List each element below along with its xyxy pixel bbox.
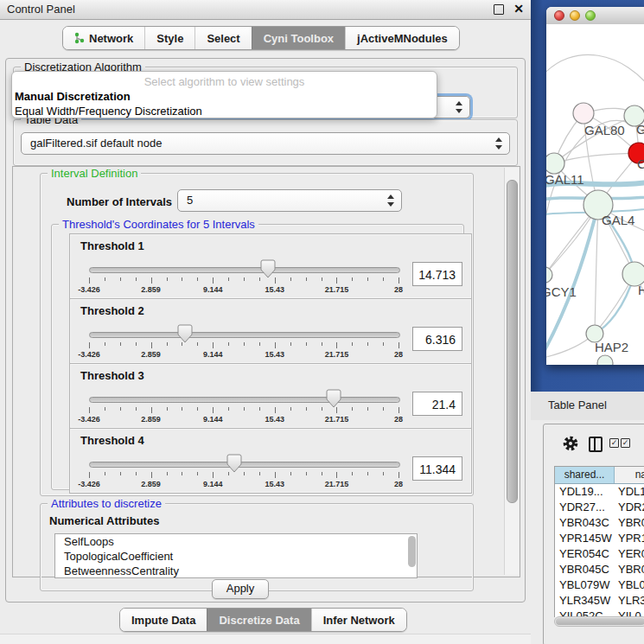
cell-name: YBR0 <box>615 562 644 577</box>
threshold-slider[interactable]: -3.4262.8599.14415.4321.71528 <box>89 388 399 424</box>
network-view-window: GAL80GCGAL11GAL4GCY1HHAP2 <box>546 7 644 365</box>
application-window: Control Panel ✕ NetworkStyleSelectCyni T… <box>0 0 644 644</box>
tab-label: Network <box>89 32 133 45</box>
scrollbar-thumb[interactable] <box>556 618 644 625</box>
zoom-window-icon[interactable] <box>585 10 596 21</box>
scrollbar-thumb[interactable] <box>507 180 518 503</box>
table-data-combo[interactable]: galFiltered.sif default node <box>21 132 510 155</box>
interval-definition-group: Interval Definition Number of Intervals … <box>40 173 474 496</box>
tab-label: Select <box>207 32 239 45</box>
cell-name: YBR0 <box>615 515 644 531</box>
table-row[interactable]: YER054CYER0 <box>555 546 644 562</box>
table-row[interactable]: YLR345WYLR3 <box>555 593 644 609</box>
combo-stepper-icon <box>387 194 395 207</box>
slider-track[interactable] <box>89 332 400 338</box>
apply-button[interactable]: Apply <box>212 579 269 599</box>
numerical-attributes-heading: Numerical Attributes <box>49 514 159 527</box>
node-label: GCY1 <box>546 284 577 299</box>
column-header-shared-name[interactable]: shared... <box>555 467 615 483</box>
network-node[interactable] <box>597 355 613 365</box>
threshold-value-field[interactable]: 11.344 <box>412 456 462 481</box>
column-header-name[interactable]: na <box>615 467 644 483</box>
right-workspace: GAL80GCGAL11GAL4GCY1HHAP2 Table Panel ✓ … <box>531 0 644 644</box>
float-panel-icon[interactable] <box>494 4 504 15</box>
tab-discretize-data[interactable]: Discretize Data <box>207 609 310 631</box>
table-panel-title: Table Panel <box>548 399 607 411</box>
cell-name: YER0 <box>615 546 644 562</box>
threshold-label: Threshold 4 <box>80 434 144 447</box>
table-row[interactable]: YDL19...YDL1 <box>555 484 644 500</box>
tab-network[interactable]: Network <box>63 27 144 49</box>
table-horizontal-scrollbar[interactable] <box>554 616 644 627</box>
table-row[interactable]: YDR27...YDR2 <box>555 500 644 515</box>
cell-shared-name: YDL19... <box>555 484 615 500</box>
panel-title: Control Panel <box>7 3 75 16</box>
table-data-combo-value: galFiltered.sif default node <box>30 137 162 150</box>
slider-ticks <box>89 342 399 349</box>
network-window-titlebar <box>546 7 644 25</box>
attribute-list-item[interactable]: BetweennessCentrality <box>55 564 417 578</box>
network-edge[interactable] <box>595 205 598 334</box>
number-of-intervals-combo[interactable]: 5 <box>177 189 402 212</box>
minimize-window-icon[interactable] <box>570 10 580 21</box>
slider-ticks <box>89 277 399 284</box>
top-tab-strip: NetworkStyleSelectCyni ToolboxjActiveMNo… <box>62 26 460 50</box>
node-label: GAL11 <box>546 172 584 187</box>
slider-tick-labels: -3.4262.8599.14415.4321.71528 <box>89 415 399 424</box>
close-panel-icon[interactable]: ✕ <box>513 2 524 16</box>
table-row[interactable]: YBR045CYBR0 <box>555 562 644 577</box>
cell-name: YLR3 <box>615 593 644 609</box>
tab-cyni-toolbox[interactable]: Cyni Toolbox <box>252 27 345 49</box>
slider-track[interactable] <box>89 267 400 273</box>
threshold-panel-3: Threshold 3-3.4262.8599.14415.4321.71528… <box>69 363 472 429</box>
checkbox-icon[interactable]: ✓ <box>609 438 619 448</box>
control-panel-titlebar: Control Panel ✕ <box>0 0 531 20</box>
dropdown-option-equal-width[interactable]: Equal Width/Frequency Discretization <box>12 104 437 118</box>
threshold-slider[interactable]: -3.4262.8599.14415.4321.71528 <box>89 453 399 489</box>
panel-footer <box>0 634 531 644</box>
attribute-list-item[interactable]: SelfLoops <box>55 534 417 549</box>
threshold-value-field[interactable]: 14.713 <box>412 262 462 286</box>
cell-shared-name: YBL079W <box>555 577 615 593</box>
tab-style[interactable]: Style <box>144 27 194 49</box>
threshold-value-field[interactable]: 21.4 <box>412 392 462 416</box>
split-columns-icon[interactable] <box>589 437 603 452</box>
threshold-slider[interactable]: -3.4262.8599.14415.4321.71528 <box>89 258 399 295</box>
table-row[interactable]: YPR145WYPR1 <box>555 531 644 546</box>
threshold-value-field[interactable]: 6.316 <box>412 327 462 351</box>
slider-ticks <box>89 472 399 479</box>
table-row[interactable]: YBR043CYBR0 <box>555 515 644 531</box>
table-row[interactable]: YBL079WYBL0 <box>555 577 644 593</box>
slider-track[interactable] <box>89 462 400 468</box>
cell-shared-name: YLR345W <box>555 593 615 609</box>
list-scrollbar[interactable] <box>408 536 416 567</box>
attribute-list-item[interactable]: TopologicalCoefficient <box>55 549 417 564</box>
tab-jactivemnodules[interactable]: jActiveMNodules <box>345 27 459 49</box>
node-label: H <box>638 283 644 297</box>
tab-label: Discretize Data <box>219 614 299 627</box>
network-node-gcy1[interactable] <box>546 267 552 283</box>
checkbox-icon[interactable]: ✓ <box>621 438 630 448</box>
dropdown-option-manual[interactable]: Manual Discretization <box>12 89 437 104</box>
threshold-slider[interactable]: -3.4262.8599.14415.4321.71528 <box>89 323 399 360</box>
node-label: GAL80 <box>584 123 625 137</box>
settings-scrollbar[interactable] <box>504 168 519 575</box>
cell-shared-name: YPR145W <box>555 531 615 546</box>
network-edge[interactable] <box>546 54 644 93</box>
network-node-gal80[interactable] <box>573 103 594 124</box>
cell-shared-name: YDR27... <box>555 500 615 515</box>
tab-infer-network[interactable]: Infer Network <box>311 609 406 631</box>
slider-tick-labels: -3.4262.8599.14415.4321.71528 <box>89 350 399 359</box>
tab-select[interactable]: Select <box>194 27 251 49</box>
numerical-attributes-list[interactable]: SelfLoopsTopologicalCoefficientBetweenne… <box>54 533 418 578</box>
network-node-gal11[interactable] <box>546 153 564 174</box>
network-canvas[interactable]: GAL80GCGAL11GAL4GCY1HHAP2 <box>546 24 644 365</box>
close-window-icon[interactable] <box>554 10 564 21</box>
tab-impute-data[interactable]: Impute Data <box>120 609 207 631</box>
combo-stepper-icon <box>456 100 463 114</box>
settings-gear-icon[interactable] <box>563 436 578 451</box>
cell-shared-name: YBR045C <box>555 562 615 577</box>
dropdown-placeholder-option[interactable]: Select algorithm to view settings <box>12 74 437 89</box>
combo-stepper-icon <box>495 137 503 150</box>
slider-track[interactable] <box>89 397 400 403</box>
